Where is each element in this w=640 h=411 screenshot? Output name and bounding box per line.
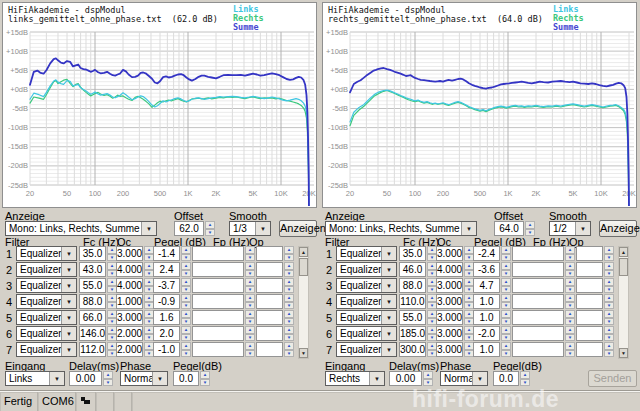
chevron-down-icon[interactable]: ▼ [381, 327, 396, 340]
spin-down-icon[interactable]: ▼ [565, 254, 575, 262]
qc-input-value[interactable]: 2.000 [116, 342, 143, 357]
chevron-down-icon[interactable]: ▼ [61, 279, 76, 292]
spin-down-icon[interactable]: ▼ [245, 350, 255, 358]
qc-input-value[interactable]: 4.000 [116, 278, 143, 293]
chevron-down-icon[interactable]: ▼ [472, 372, 487, 385]
spin-up-icon[interactable]: ▲ [181, 294, 191, 302]
spin-up-icon[interactable]: ▲ [501, 326, 511, 334]
qp-input-value[interactable] [256, 326, 283, 341]
spin-down-icon[interactable]: ▼ [501, 270, 511, 278]
spin-down-icon[interactable]: ▼ [284, 302, 294, 310]
spin-up-icon[interactable]: ▲ [604, 262, 614, 270]
filter-type-select[interactable]: Equalizer▼ [16, 294, 77, 309]
chevron-down-icon[interactable]: ▼ [381, 263, 396, 276]
spin-down-icon[interactable]: ▼ [501, 334, 511, 342]
spin-up-icon[interactable]: ▲ [181, 262, 191, 270]
spin-up-icon[interactable]: ▲ [501, 246, 511, 254]
pegel-value[interactable]: 0.0 [173, 371, 199, 386]
spin-up-icon[interactable]: ▲ [181, 310, 191, 318]
eingang-select[interactable]: Links ▼ [5, 371, 65, 386]
spin-down-icon[interactable]: ▼ [565, 286, 575, 294]
chevron-down-icon[interactable]: ▼ [575, 222, 590, 235]
delay-value[interactable]: 0.00 [389, 371, 422, 386]
spin-up-icon[interactable]: ▲ [284, 294, 294, 302]
smooth-select[interactable]: 1/2 ▼ [549, 221, 591, 236]
pegel-db-input-value[interactable]: -1.4 [153, 246, 180, 261]
chevron-down-icon[interactable]: ▼ [369, 372, 384, 385]
spin-down-icon[interactable]: ▼ [200, 379, 210, 387]
filter-type-select[interactable]: Equalizer▼ [336, 294, 397, 309]
spin-down-icon[interactable]: ▼ [501, 286, 511, 294]
spin-down-icon[interactable]: ▼ [501, 350, 511, 358]
phase-select[interactable]: Normal ▼ [440, 371, 488, 386]
scroll-down-icon[interactable]: ▼ [619, 348, 628, 358]
spin-up-icon[interactable]: ▲ [565, 342, 575, 350]
fc-input-value[interactable]: 88.0 [79, 294, 106, 309]
spin-up-icon[interactable]: ▲ [501, 262, 511, 270]
spin-down-icon[interactable]: ▼ [565, 350, 575, 358]
spin-down-icon[interactable]: ▼ [245, 254, 255, 262]
spin-up-icon[interactable]: ▲ [245, 294, 255, 302]
spin-up-icon[interactable]: ▲ [604, 310, 614, 318]
chevron-down-icon[interactable]: ▼ [49, 372, 64, 385]
scrollbar-thumb[interactable] [299, 258, 308, 276]
fp-input-value[interactable] [192, 294, 244, 309]
spin-up-icon[interactable]: ▲ [604, 294, 614, 302]
filter-table-scrollbar[interactable]: ▲ ▼ [298, 246, 309, 359]
qp-input-value[interactable] [256, 294, 283, 309]
spin-down-icon[interactable]: ▼ [423, 379, 433, 387]
spin-up-icon[interactable]: ▲ [525, 221, 535, 229]
qp-input-value[interactable] [256, 278, 283, 293]
spin-up-icon[interactable]: ▲ [604, 342, 614, 350]
chevron-down-icon[interactable]: ▼ [255, 222, 270, 235]
chevron-down-icon[interactable]: ▼ [61, 311, 76, 324]
filter-type-select[interactable]: Equalizer▼ [16, 326, 77, 341]
chevron-down-icon[interactable]: ▼ [381, 311, 396, 324]
spin-up-icon[interactable]: ▲ [245, 246, 255, 254]
fp-input-value[interactable] [192, 326, 244, 341]
spin-down-icon[interactable]: ▼ [604, 334, 614, 342]
spin-down-icon[interactable]: ▼ [205, 229, 215, 237]
spin-up-icon[interactable]: ▲ [565, 294, 575, 302]
spin-down-icon[interactable]: ▼ [565, 334, 575, 342]
chevron-down-icon[interactable]: ▼ [61, 295, 76, 308]
chevron-down-icon[interactable]: ▼ [61, 327, 76, 340]
spin-up-icon[interactable]: ▲ [565, 262, 575, 270]
pegel-db-input-value[interactable]: 1.0 [473, 310, 500, 325]
fp-input-value[interactable] [192, 278, 244, 293]
spin-up-icon[interactable]: ▲ [520, 371, 530, 379]
pegel-db-input-value[interactable]: -1.0 [153, 342, 180, 357]
filter-type-select[interactable]: Equalizer▼ [336, 278, 397, 293]
spin-down-icon[interactable]: ▼ [501, 302, 511, 310]
fc-input-value[interactable]: 112.0 [79, 342, 106, 357]
phase-select[interactable]: Normal ▼ [120, 371, 168, 386]
offset-value[interactable]: 62.0 [174, 221, 204, 236]
spin-down-icon[interactable]: ▼ [103, 379, 113, 387]
spin-down-icon[interactable]: ▼ [284, 318, 294, 326]
qp-input-value[interactable] [576, 342, 603, 357]
pegel-db-input-value[interactable]: -3.7 [153, 278, 180, 293]
spin-up-icon[interactable]: ▲ [423, 371, 433, 379]
fc-input-value[interactable]: 185.0 [399, 326, 426, 341]
spin-down-icon[interactable]: ▼ [245, 318, 255, 326]
pegel-db-input-value[interactable]: -0.9 [153, 294, 180, 309]
qc-input-value[interactable]: 3.000 [436, 246, 463, 261]
filter-type-select[interactable]: Equalizer▼ [16, 278, 77, 293]
filter-type-select[interactable]: Equalizer▼ [336, 326, 397, 341]
spin-down-icon[interactable]: ▼ [284, 270, 294, 278]
fp-input-value[interactable] [192, 342, 244, 357]
filter-type-select[interactable]: Equalizer▼ [16, 310, 77, 325]
pegel-db-input-value[interactable]: 4.7 [473, 278, 500, 293]
fc-input-value[interactable]: 55.0 [79, 278, 106, 293]
spin-up-icon[interactable]: ▲ [245, 262, 255, 270]
filter-type-select[interactable]: Equalizer▼ [336, 262, 397, 277]
qc-input-value[interactable]: 3.000 [436, 278, 463, 293]
spin-up-icon[interactable]: ▲ [565, 246, 575, 254]
spin-down-icon[interactable]: ▼ [604, 318, 614, 326]
spin-down-icon[interactable]: ▼ [181, 270, 191, 278]
qp-input-value[interactable] [576, 246, 603, 261]
spin-down-icon[interactable]: ▼ [525, 229, 535, 237]
chevron-down-icon[interactable]: ▼ [381, 247, 396, 260]
chevron-down-icon[interactable]: ▼ [141, 222, 156, 235]
pegel-db-input-value[interactable]: 1.0 [473, 294, 500, 309]
